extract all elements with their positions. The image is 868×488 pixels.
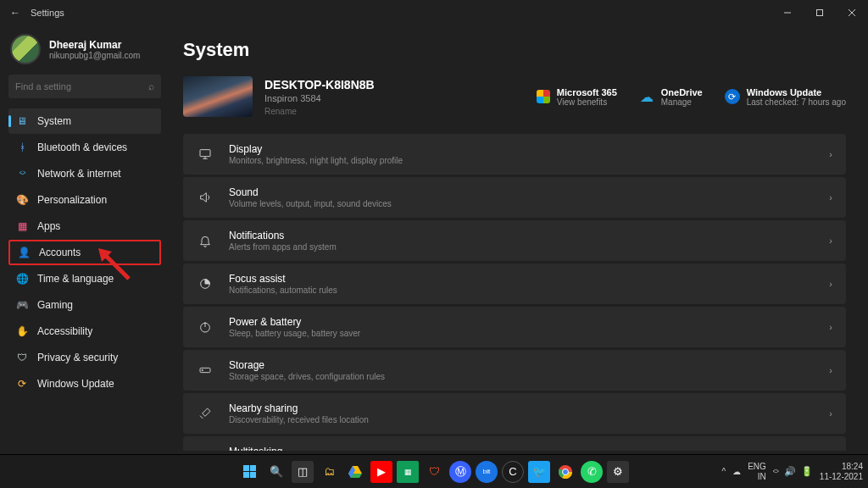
task-view-icon[interactable]: ◫ — [292, 461, 314, 483]
sheets-icon[interactable]: ▦ — [397, 461, 419, 483]
settings-row-nearby[interactable]: Nearby sharing Discoverability, received… — [183, 393, 846, 434]
sidebar-item-system[interactable]: 🖥System — [8, 108, 161, 134]
sidebar-item-label: Gaming — [37, 299, 73, 311]
back-button[interactable]: ← — [5, 7, 25, 19]
row-title: Storage — [229, 359, 385, 371]
sidebar-item-personalization[interactable]: 🎨Personalization — [8, 187, 161, 213]
youtube-icon[interactable]: ▶ — [370, 461, 392, 483]
sidebar-item-label: Time & language — [37, 273, 114, 285]
settings-row-notifications[interactable]: Notifications Alerts from apps and syste… — [183, 220, 846, 261]
taskbar-search-icon[interactable]: 🔍 — [265, 461, 287, 483]
svg-rect-15 — [243, 465, 249, 471]
row-title: Display — [229, 143, 403, 155]
onedrive-tray-icon[interactable]: ☁ — [732, 467, 741, 476]
row-subtitle: Volume levels, output, input, sound devi… — [229, 199, 392, 208]
sidebar-item-network[interactable]: ⌔Network & internet — [8, 161, 161, 186]
titlebar: ← Settings — [0, 0, 868, 25]
start-button[interactable] — [239, 461, 261, 483]
row-subtitle: Notifications, automatic rules — [229, 286, 337, 295]
svg-rect-1 — [817, 10, 823, 16]
clock-time: 18:24 — [842, 462, 863, 472]
twitter-icon[interactable]: 🐦 — [528, 461, 550, 483]
svg-rect-17 — [243, 472, 249, 478]
avatar — [10, 34, 41, 64]
rename-link[interactable]: Rename — [264, 107, 375, 116]
sidebar-item-label: Bluetooth & devices — [37, 141, 127, 153]
settings-row-sound[interactable]: Sound Volume levels, output, input, soun… — [183, 177, 846, 218]
row-subtitle: Monitors, brightness, night light, displ… — [229, 156, 403, 165]
sidebar-item-accounts[interactable]: 👤Accounts — [8, 240, 161, 265]
file-explorer-icon[interactable]: 🗂 — [318, 461, 340, 483]
lang-line2: IN — [758, 472, 766, 482]
svg-rect-16 — [250, 465, 256, 471]
maximize-button[interactable] — [804, 0, 836, 25]
windows-update-icon: ⟳ — [725, 89, 740, 104]
settings-row-multitask[interactable]: Multitasking Snap windows, desktops, tas… — [183, 436, 846, 451]
onedrive-link[interactable]: ☁ OneDriveManage — [639, 87, 703, 107]
device-name: DESKTOP-K8I8N8B — [264, 78, 375, 92]
clock[interactable]: 18:24 11-12-2021 — [820, 462, 863, 482]
system-icon: 🖥 — [15, 114, 29, 128]
m365-sub: View benefits — [557, 97, 617, 107]
drive-icon[interactable] — [344, 461, 366, 483]
app-icon-c[interactable]: C — [502, 461, 524, 483]
display-icon — [197, 147, 214, 161]
sidebar-item-update[interactable]: ⟳Windows Update — [8, 371, 161, 396]
battery-icon[interactable]: 🔋 — [801, 466, 813, 477]
sidebar-item-gaming[interactable]: 🎮Gaming — [8, 292, 161, 318]
chevron-right-icon: › — [829, 365, 832, 375]
nearby-icon — [197, 407, 214, 420]
whatsapp-icon[interactable]: ✆ — [581, 461, 603, 483]
volume-icon[interactable]: 🔊 — [784, 466, 796, 477]
device-hero: DESKTOP-K8I8N8B Inspiron 3584 Rename Mic… — [183, 76, 846, 117]
chevron-right-icon: › — [829, 236, 832, 246]
chevron-right-icon: › — [829, 279, 832, 289]
settings-list: Display Monitors, brightness, night ligh… — [183, 134, 846, 451]
sidebar-item-bluetooth[interactable]: ᚼBluetooth & devices — [8, 135, 161, 160]
lang-line1: ENG — [748, 462, 766, 472]
windows-update-link[interactable]: ⟳ Windows UpdateLast checked: 7 hours ag… — [725, 87, 846, 107]
settings-row-focus[interactable]: Focus assist Notifications, automatic ru… — [183, 263, 846, 304]
wifi-icon[interactable]: ⌔ — [773, 467, 779, 477]
onedrive-sub: Manage — [661, 97, 703, 107]
cmc-icon[interactable]: Ⓜ — [449, 461, 471, 483]
sidebar-item-accessibility[interactable]: ✋Accessibility — [8, 319, 161, 344]
settings-row-display[interactable]: Display Monitors, brightness, night ligh… — [183, 134, 846, 175]
m365-link[interactable]: Microsoft 365View benefits — [537, 87, 617, 107]
page-title: System — [183, 39, 846, 61]
sidebar-item-label: Windows Update — [37, 378, 114, 390]
app-title: Settings — [31, 8, 64, 18]
chevron-right-icon: › — [829, 149, 832, 159]
settings-row-power[interactable]: Power & battery Sleep, battery usage, ba… — [183, 307, 846, 347]
bit-icon[interactable]: bit — [476, 461, 498, 483]
close-button[interactable] — [836, 0, 868, 25]
sidebar-item-apps[interactable]: ▦Apps — [8, 214, 161, 239]
taskbar-tray: ^ ☁ ENG IN ⌔ 🔊 🔋 18:24 11-12-2021 — [721, 462, 863, 482]
chrome-icon[interactable] — [554, 461, 576, 483]
row-subtitle: Alerts from apps and system — [229, 242, 337, 252]
language-indicator[interactable]: ENG IN — [748, 462, 766, 482]
time-icon: 🌐 — [15, 272, 29, 286]
search-box[interactable]: ⌕ — [8, 75, 161, 98]
profile-block[interactable]: Dheeraj Kumar nikunpubg1@gmail.com — [8, 32, 161, 75]
wu-sub: Last checked: 7 hours ago — [747, 97, 846, 107]
privacy-icon: 🛡 — [15, 351, 29, 364]
sidebar-item-label: Accounts — [39, 247, 81, 258]
sidebar-item-label: Personalization — [37, 194, 107, 206]
sidebar-item-time[interactable]: 🌐Time & language — [8, 266, 161, 291]
power-icon — [197, 320, 214, 334]
taskbar: 🔍 ◫ 🗂 ▶ ▦ 🛡 Ⓜ bit C 🐦 ✆ ⚙ ^ ☁ ENG IN ⌔ 🔊… — [0, 454, 868, 488]
device-image — [183, 76, 253, 117]
m365-icon — [537, 90, 550, 103]
row-subtitle: Storage space, drives, configuration rul… — [229, 372, 385, 381]
search-icon: ⌕ — [148, 80, 154, 92]
brave-icon[interactable]: 🛡 — [423, 461, 445, 483]
search-input[interactable] — [15, 81, 148, 92]
chevron-right-icon: › — [829, 192, 832, 202]
minimize-button[interactable] — [771, 0, 804, 25]
chevron-right-icon: › — [829, 322, 832, 332]
settings-row-storage[interactable]: Storage Storage space, drives, configura… — [183, 350, 846, 391]
tray-chevron-icon[interactable]: ^ — [721, 467, 726, 476]
sidebar-item-privacy[interactable]: 🛡Privacy & security — [8, 345, 161, 370]
settings-taskbar-icon[interactable]: ⚙ — [607, 461, 629, 483]
